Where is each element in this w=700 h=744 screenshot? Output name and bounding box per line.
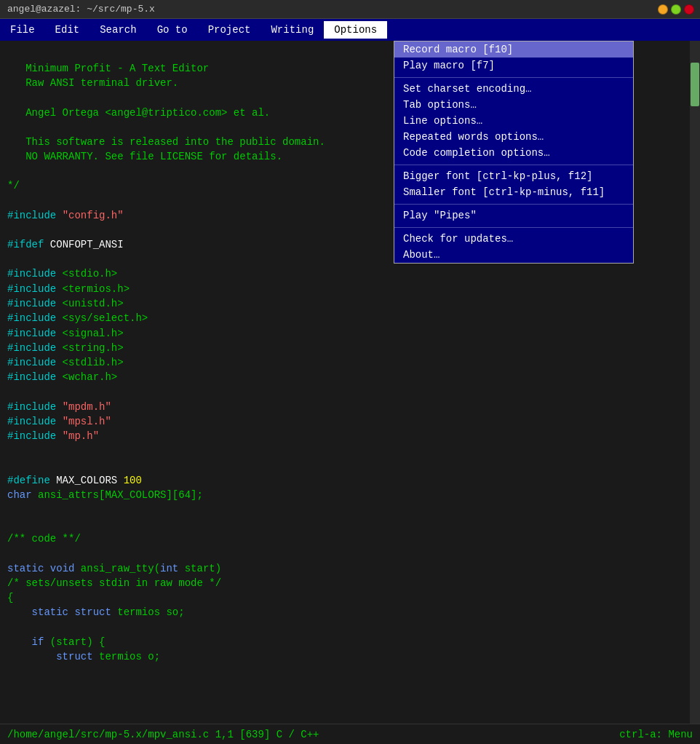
minimize-button[interactable] xyxy=(658,4,668,15)
title-bar: angel@azazel: ~/src/mp-5.x xyxy=(0,0,700,19)
code-line: #include <wchar.h> xyxy=(7,370,683,384)
menu-edit[interactable]: Edit xyxy=(45,21,90,39)
code-line: #include "mpsl.h" xyxy=(7,414,683,429)
status-bar: /home/angel/src/mp-5.x/mpv_ansi.c 1,1 [6… xyxy=(0,724,700,744)
dropdown-item-play-pipes[interactable]: Play "Pipes" xyxy=(394,207,633,223)
menu-search[interactable]: Search xyxy=(90,21,146,39)
dropdown-divider-4 xyxy=(394,223,633,228)
code-line: #include <signal.h> xyxy=(7,326,683,341)
code-line: /** code **/ xyxy=(7,531,683,546)
dropdown-item-line[interactable]: Line options… xyxy=(394,113,633,129)
title-text: angel@azazel: ~/src/mp-5.x xyxy=(0,4,155,15)
code-line: #include "mpdm.h" xyxy=(7,400,683,414)
menu-goto[interactable]: Go to xyxy=(147,21,198,39)
menu-file[interactable]: File xyxy=(0,21,45,39)
scrollbar[interactable] xyxy=(690,41,700,724)
dropdown-item-play-macro[interactable]: Play macro [f7] xyxy=(394,58,633,74)
dropdown-item-charset[interactable]: Set charset encoding… xyxy=(394,81,633,97)
dropdown-item-check-updates[interactable]: Check for updates… xyxy=(394,231,633,247)
code-line: if (start) { xyxy=(7,635,683,649)
code-line: #include <stdlib.h> xyxy=(7,355,683,370)
main-area: Minimum Profit - A Text Editor Raw ANSI … xyxy=(0,41,700,724)
code-line xyxy=(7,547,683,561)
scrollbar-thumb[interactable] xyxy=(691,63,699,106)
code-line xyxy=(7,502,683,517)
code-line: static struct termios so; xyxy=(7,605,683,620)
code-line: #include "mp.h" xyxy=(7,429,683,443)
code-line xyxy=(7,620,683,635)
code-line xyxy=(7,444,683,459)
code-line: /* sets/unsets stdin in raw mode */ xyxy=(7,576,683,590)
close-button[interactable] xyxy=(684,4,694,15)
window-controls xyxy=(658,4,700,15)
code-line: char ansi_attrs[MAX_COLORS][64]; xyxy=(7,488,683,502)
dropdown-item-about[interactable]: About… xyxy=(394,247,633,263)
dropdown-divider-2 xyxy=(394,161,633,165)
menu-project[interactable]: Project xyxy=(198,21,261,39)
code-line xyxy=(7,459,683,473)
dropdown-item-bigger-font[interactable]: Bigger font [ctrl-kp-plus, f12] xyxy=(394,168,633,184)
dropdown-item-repeated-words[interactable]: Repeated words options… xyxy=(394,129,633,145)
code-line xyxy=(7,517,683,531)
dropdown-item-smaller-font[interactable]: Smaller font [ctrl-kp-minus, f11] xyxy=(394,184,633,200)
code-line xyxy=(7,385,683,400)
status-shortcut: ctrl-a: Menu xyxy=(619,729,693,740)
menu-writing[interactable]: Writing xyxy=(260,21,324,39)
code-line: #include <termios.h> xyxy=(7,282,683,296)
dropdown-item-tab[interactable]: Tab options… xyxy=(394,97,633,113)
dropdown-item-record-macro[interactable]: Record macro [f10] xyxy=(394,41,633,58)
dropdown-item-code-completion[interactable]: Code completion options… xyxy=(394,145,633,161)
code-line: #include <unistd.h> xyxy=(7,296,683,311)
menu-bar: File Edit Search Go to Project Writing O… xyxy=(0,19,700,41)
menu-options[interactable]: Options xyxy=(324,21,387,39)
status-filepath: /home/angel/src/mp-5.x/mpv_ansi.c 1,1 [6… xyxy=(7,729,319,740)
code-line: #include <stdio.h> xyxy=(7,266,683,281)
dropdown-divider-1 xyxy=(394,74,633,78)
code-line: { xyxy=(7,590,683,605)
options-dropdown: Record macro [f10] Play macro [f7] Set c… xyxy=(394,41,634,264)
code-line: #include <sys/select.h> xyxy=(7,311,683,325)
dropdown-divider-3 xyxy=(394,200,633,205)
code-line: static void ansi_raw_tty(int start) xyxy=(7,561,683,576)
code-line: #include <string.h> xyxy=(7,341,683,355)
maximize-button[interactable] xyxy=(671,4,681,15)
code-line: struct termios o; xyxy=(7,649,683,664)
code-line: #define MAX_COLORS 100 xyxy=(7,473,683,488)
